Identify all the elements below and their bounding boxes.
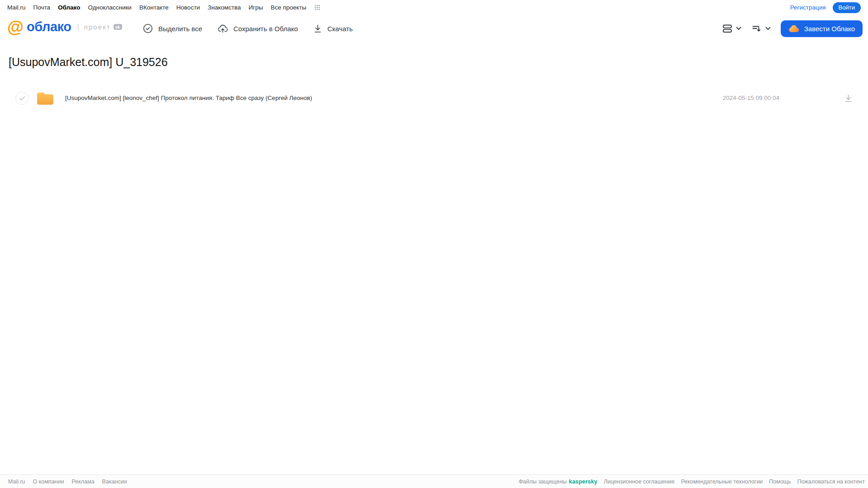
- protected-by-label: Файлы защищены: [519, 479, 567, 485]
- file-row[interactable]: [UsupovMarket.com] [leonov_chef] Протоко…: [0, 89, 868, 109]
- footer-right-links: Файлы защищены kaspersky Лицензионное со…: [519, 479, 865, 485]
- sort-control[interactable]: [751, 24, 771, 33]
- footer-recommend-tech-link[interactable]: Рекомендательные технологии: [681, 479, 763, 485]
- page-title: [UsupovMarket.com] U_319526: [9, 56, 168, 69]
- check-circle-icon: [143, 24, 153, 33]
- cloud-logo[interactable]: @ облако | проект vk: [7, 19, 122, 35]
- get-cloud-button[interactable]: Завести Облако: [781, 20, 863, 37]
- portal-navbar: Mail.ru Почта Облако Одноклассники ВКонт…: [0, 0, 868, 15]
- mailru-at-icon: @: [7, 19, 24, 35]
- footer-report-link[interactable]: Пожаловаться на контент: [797, 479, 865, 485]
- nav-dating[interactable]: Знакомства: [208, 4, 241, 11]
- nav-odnoklassniki[interactable]: Одноклассники: [88, 4, 131, 11]
- portal-links: Mail.ru Почта Облако Одноклассники ВКонт…: [7, 4, 320, 11]
- save-to-cloud-button[interactable]: Сохранить в Облако: [218, 24, 298, 33]
- file-toolbar: Выделить все Сохранить в Облако Скачать: [143, 15, 353, 42]
- footer-license-link[interactable]: Лицензионное соглашение: [604, 479, 675, 485]
- select-all-label: Выделить все: [158, 25, 202, 33]
- cloud-badge-icon: [788, 24, 800, 33]
- download-label: Скачать: [327, 25, 353, 33]
- nav-cloud[interactable]: Облако: [58, 4, 80, 11]
- nav-games[interactable]: Игры: [249, 4, 263, 11]
- row-download-icon[interactable]: [844, 94, 853, 103]
- footer-jobs-link[interactable]: Вакансии: [102, 479, 127, 485]
- footer-mailru-link[interactable]: Mail.ru: [8, 479, 25, 485]
- auth-area: Регистрация Войти: [790, 2, 861, 13]
- login-button[interactable]: Войти: [833, 2, 861, 13]
- nav-mailru[interactable]: Mail.ru: [7, 4, 26, 11]
- cloud-upload-icon: [218, 24, 228, 33]
- apps-grid-icon[interactable]: [315, 5, 320, 10]
- save-to-cloud-label: Сохранить в Облако: [233, 25, 298, 33]
- row-checkbox[interactable]: [15, 92, 28, 105]
- footer: Mail.ru О компании Реклама Вакансии Файл…: [0, 474, 868, 488]
- nav-mail[interactable]: Почта: [33, 4, 51, 11]
- select-all-button[interactable]: Выделить все: [143, 24, 202, 33]
- header: @ облако | проект vk Выделить все Сохран…: [0, 15, 868, 42]
- footer-left-links: Mail.ru О компании Реклама Вакансии: [8, 479, 127, 485]
- chevron-down-icon: [736, 27, 741, 30]
- nav-news[interactable]: Новости: [176, 4, 200, 11]
- footer-about-link[interactable]: О компании: [33, 479, 64, 485]
- check-icon: [19, 96, 25, 101]
- project-label: проект: [84, 23, 111, 31]
- kaspersky-logo[interactable]: kaspersky: [569, 479, 598, 485]
- vk-icon: vk: [114, 24, 122, 30]
- sort-icon: [751, 24, 762, 33]
- view-mode-control[interactable]: [722, 24, 741, 33]
- logo-wordmark: облако: [27, 19, 71, 34]
- protected-by: Файлы защищены kaspersky: [519, 479, 598, 485]
- logo-divider: |: [77, 23, 79, 32]
- nav-vkontakte[interactable]: ВКонтакте: [139, 4, 169, 11]
- download-icon: [313, 24, 322, 33]
- header-right-controls: Завести Облако: [722, 15, 863, 42]
- list-view-icon: [722, 24, 733, 33]
- file-date: 2024-05-15 09:00:04: [723, 95, 779, 101]
- download-button[interactable]: Скачать: [313, 24, 353, 33]
- registration-link[interactable]: Регистрация: [790, 4, 826, 11]
- chevron-down-icon: [765, 27, 771, 30]
- get-cloud-label: Завести Облако: [804, 25, 855, 33]
- footer-ads-link[interactable]: Реклама: [71, 479, 94, 485]
- footer-help-link[interactable]: Помощь: [769, 479, 791, 485]
- file-name-link[interactable]: [UsupovMarket.com] [leonov_chef] Протоко…: [65, 95, 312, 101]
- folder-icon: [35, 90, 55, 107]
- nav-all-projects[interactable]: Все проекты: [270, 4, 306, 11]
